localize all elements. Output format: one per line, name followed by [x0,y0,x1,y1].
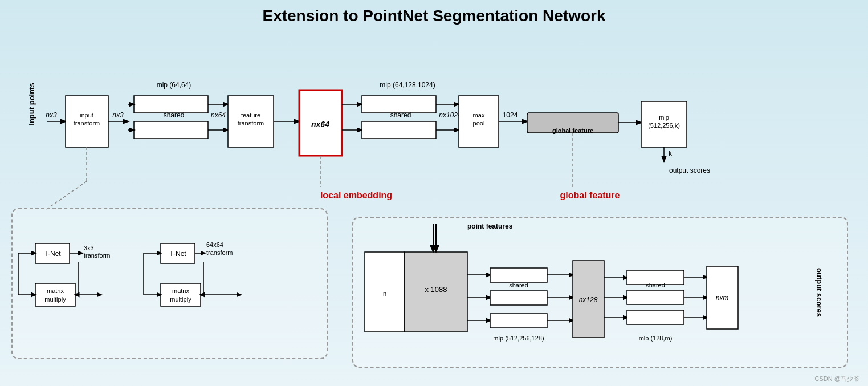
svg-text:global feature: global feature [560,190,620,200]
bottom-left-tnet: T-Net 3x3 transform matrix multiply [11,208,328,359]
svg-rect-9 [134,121,208,139]
svg-text:nx64: nx64 [311,120,329,129]
page-title: Extension to PointNet Segmentation Netwo… [0,0,868,25]
svg-text:nx64: nx64 [211,111,226,119]
svg-text:shared: shared [390,111,411,119]
svg-rect-55 [35,283,75,306]
svg-text:nxm: nxm [716,294,729,302]
svg-text:transform: transform [238,120,264,127]
svg-text:nx1024: nx1024 [439,111,462,119]
svg-rect-100 [627,290,684,304]
svg-rect-87 [490,291,547,305]
svg-text:T-Net: T-Net [44,250,61,258]
svg-text:multiply: multiply [44,296,66,303]
svg-text:shared: shared [164,111,185,119]
svg-text:feature: feature [241,112,260,119]
svg-rect-69 [161,283,201,306]
top-network-diagram: nx3 input transform nx3 mlp (64,64) shar… [20,33,858,210]
svg-text:x 1088: x 1088 [425,285,447,294]
bottom-right-seg: point features output scores n x 1088 sh… [352,217,848,368]
svg-rect-25 [362,96,436,113]
tnet-svg: T-Net 3x3 transform matrix multiply [13,209,329,360]
watermark: CSDN @马少爷 [815,375,859,383]
svg-text:mlp (128,m): mlp (128,m) [639,335,673,342]
svg-text:shared: shared [509,282,528,289]
seg-svg: n x 1088 shared mlp (512,256,128) nx128 [353,218,838,369]
svg-text:(512,256,k): (512,256,k) [648,122,680,129]
svg-text:input: input [80,112,93,119]
svg-text:max: max [473,112,485,119]
svg-text:T-Net: T-Net [169,250,186,258]
svg-text:64x64: 64x64 [206,241,223,248]
svg-text:transform: transform [206,249,233,256]
svg-rect-8 [134,96,208,113]
svg-text:n: n [383,290,386,297]
svg-text:3x3: 3x3 [84,245,94,251]
svg-text:matrix: matrix [47,287,64,294]
svg-text:output scores: output scores [669,166,710,174]
svg-text:transform: transform [74,120,100,127]
svg-text:mlp: mlp [659,114,669,121]
svg-text:nx128: nx128 [579,296,598,304]
svg-rect-86 [490,268,547,282]
svg-text:k: k [669,149,673,157]
point-features-label: point features [467,222,512,230]
svg-rect-101 [627,310,684,324]
svg-text:transform: transform [84,252,110,259]
svg-text:multiply: multiply [170,296,191,303]
svg-text:local embedding: local embedding [320,190,392,200]
svg-rect-88 [490,314,547,328]
svg-text:shared: shared [646,282,665,289]
svg-text:nx3: nx3 [46,111,57,119]
svg-line-46 [46,181,87,210]
main-container: Extension to PointNet Segmentation Netwo… [0,0,868,386]
svg-text:mlp (64,128,1024): mlp (64,128,1024) [380,81,435,89]
output-scores-label: output scores [816,268,824,317]
svg-text:nx3: nx3 [112,111,124,119]
svg-text:matrix: matrix [172,287,189,294]
svg-rect-26 [362,121,436,139]
svg-text:1024: 1024 [503,111,518,119]
svg-text:pool: pool [473,120,485,127]
svg-text:mlp (512,256,128): mlp (512,256,128) [493,335,544,342]
svg-text:mlp (64,64): mlp (64,64) [157,81,191,89]
